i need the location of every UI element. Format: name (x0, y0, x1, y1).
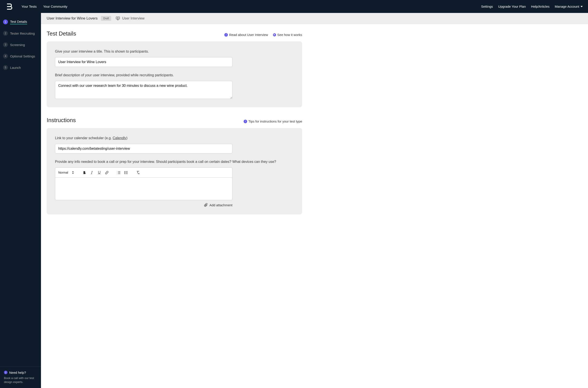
calendly-link[interactable]: Calendly (113, 136, 126, 140)
step-label: Launch (10, 66, 21, 70)
nav-your-community[interactable]: Your Community (43, 5, 67, 8)
step-number: 3 (3, 42, 8, 47)
subheader: User Interview for Wine Lovers Draft Use… (41, 13, 588, 24)
see-how-link[interactable]: See how it works (273, 33, 302, 37)
step-number: 2 (3, 31, 8, 36)
svg-point-7 (124, 173, 125, 174)
step-number: 5 (3, 65, 8, 70)
help-links: i Read about User Interview See how it w… (224, 33, 302, 37)
paperclip-icon (204, 203, 208, 207)
help-link-label: Read about User Interview (229, 33, 268, 37)
ordered-list-button[interactable]: 123 (115, 170, 122, 176)
top-header: Your Tests Your Community Settings Upgra… (0, 0, 588, 13)
step-label: Test Details (10, 20, 27, 24)
step-label: Optional Settings (10, 54, 35, 58)
sidebar-step-screening[interactable]: 3 Screening (3, 41, 38, 49)
status-badge: Draft (101, 16, 111, 21)
help-link-label: See how it works (277, 33, 302, 37)
section-header: Instructions i Tips for instructions for… (47, 117, 302, 124)
sidebar: 1 Test Details 2 Tester Recruiting 3 Scr… (0, 13, 41, 233)
clear-format-button[interactable] (135, 170, 141, 176)
underline-button[interactable] (96, 170, 102, 176)
content: Test Details i Read about User Interview… (41, 24, 310, 233)
nav-help[interactable]: Help/Articles (531, 5, 549, 8)
editor-toolbar: Normal 123 (55, 168, 232, 177)
nav-account-label: Manage Account (555, 5, 579, 8)
desc-textarea[interactable]: Connect with our user research team for … (55, 81, 232, 99)
section-header: Test Details i Read about User Interview… (47, 30, 302, 37)
title-input[interactable] (55, 57, 232, 67)
title-field-label: Give your user interview a title. This i… (55, 49, 294, 54)
add-attachment-label: Add attachment (209, 203, 232, 207)
test-type: User Interview (116, 16, 144, 20)
step-label: Screening (10, 43, 25, 47)
rich-text-editor[interactable] (55, 177, 232, 200)
main-content: User Interview for Wine Lovers Draft Use… (41, 13, 588, 233)
sidebar-step-tester-recruiting[interactable]: 2 Tester Recruiting (3, 29, 38, 37)
bold-button[interactable] (81, 170, 88, 176)
unordered-list-button[interactable] (123, 170, 129, 176)
link-button[interactable] (104, 170, 110, 176)
svg-point-5 (124, 171, 125, 172)
test-type-label: User Interview (122, 16, 144, 20)
info-icon: i (244, 120, 247, 123)
add-attachment-button[interactable]: Add attachment (55, 203, 232, 207)
info-field-label: Provide any info needed to book a call o… (55, 159, 294, 164)
sidebar-steps: 1 Test Details 2 Tester Recruiting 3 Scr… (0, 13, 41, 233)
help-links: i Tips for instructions for your test ty… (244, 120, 302, 123)
nav-upgrade[interactable]: Upgrade Your Plan (498, 5, 526, 8)
link-label-pre: Link to your calendar scheduler (e.g. (55, 136, 113, 140)
svg-text:3: 3 (117, 173, 117, 174)
scheduler-link-input[interactable] (55, 144, 232, 153)
italic-button[interactable] (89, 170, 95, 176)
subheader-title: User Interview for Wine Lovers (47, 16, 97, 21)
svg-point-6 (124, 172, 125, 173)
section-title: Instructions (47, 117, 76, 124)
step-number: 1 (3, 20, 8, 24)
nav-your-tests[interactable]: Your Tests (22, 5, 37, 8)
editor-format-label: Normal (58, 171, 68, 174)
nav-manage-account[interactable]: Manage Account (555, 5, 583, 8)
step-label: Tester Recruiting (10, 32, 35, 35)
svg-point-1 (118, 18, 118, 18)
sidebar-step-test-details[interactable]: 1 Test Details (3, 18, 38, 26)
link-label-post: ) (126, 136, 128, 140)
test-details-card: Give your user interview a title. This i… (47, 41, 302, 107)
editor-format-select[interactable]: Normal (58, 171, 77, 174)
sort-icon (72, 171, 74, 174)
monitor-icon (116, 17, 120, 20)
play-icon (273, 33, 276, 36)
nav-settings[interactable]: Settings (481, 5, 493, 8)
desc-field-label: Brief description of your user interview… (55, 73, 294, 78)
header-left: Your Tests Your Community (5, 3, 68, 11)
chevron-down-icon (581, 6, 583, 7)
tips-link[interactable]: i Tips for instructions for your test ty… (244, 120, 302, 123)
instructions-card: Link to your calendar scheduler (e.g. Ca… (47, 128, 302, 214)
sidebar-step-optional-settings[interactable]: 4 Optional Settings (3, 52, 38, 60)
section-title: Test Details (47, 30, 76, 37)
info-icon: i (224, 33, 228, 37)
header-nav: Your Tests Your Community (22, 5, 68, 8)
sidebar-step-launch[interactable]: 5 Launch (3, 63, 38, 72)
read-about-link[interactable]: i Read about User Interview (224, 33, 268, 37)
step-number: 4 (3, 54, 8, 59)
logo-icon[interactable] (5, 3, 13, 11)
header-right: Settings Upgrade Your Plan Help/Articles… (481, 5, 583, 8)
help-link-label: Tips for instructions for your test type (249, 120, 302, 123)
link-field-label: Link to your calendar scheduler (e.g. Ca… (55, 135, 294, 141)
